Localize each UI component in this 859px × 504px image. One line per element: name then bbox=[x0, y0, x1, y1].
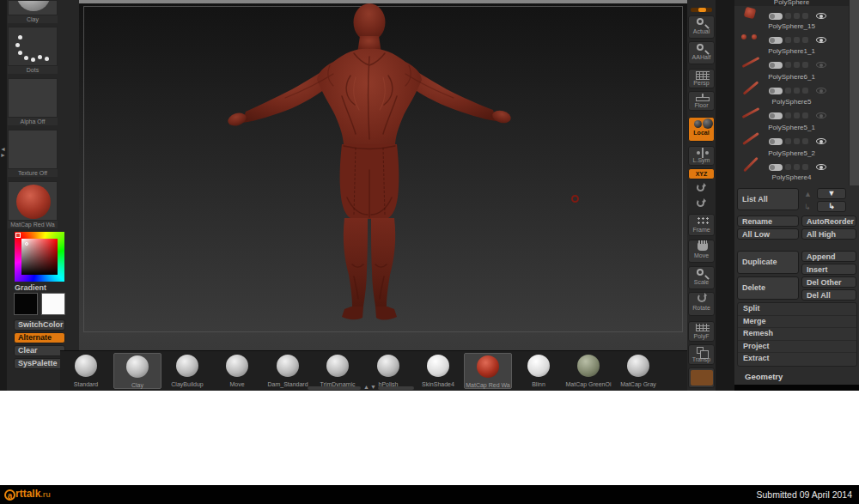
actual-button[interactable]: Actual bbox=[688, 15, 715, 39]
spix-slider-knob[interactable] bbox=[698, 8, 706, 12]
syspalette-button[interactable]: SysPalette bbox=[14, 358, 65, 369]
transp-button[interactable]: Transp bbox=[688, 344, 715, 365]
eye-icon[interactable] bbox=[816, 138, 826, 144]
clear-button[interactable]: Clear bbox=[14, 345, 65, 356]
autoreorder-button[interactable]: AutoReorder bbox=[801, 216, 856, 227]
subtool-row[interactable]: PolySphere1_1 bbox=[734, 47, 849, 72]
rename-button[interactable]: Rename bbox=[737, 216, 799, 227]
eye-icon[interactable] bbox=[816, 13, 826, 19]
polypaint-toggle[interactable] bbox=[769, 37, 783, 44]
subtool-down-button[interactable]: ▼ bbox=[817, 188, 846, 199]
subtool-row[interactable]: PolySphere4 bbox=[734, 173, 849, 185]
subtool-scrollbar[interactable] bbox=[849, 0, 859, 185]
subtool-move-down-button[interactable]: ↳ bbox=[817, 201, 846, 212]
subtool-row[interactable]: PolySphere5_1 bbox=[734, 124, 849, 149]
tray-item-trimdynamic[interactable]: TrimDynamic bbox=[314, 353, 362, 389]
split-section[interactable]: Split bbox=[738, 303, 856, 316]
move-button[interactable]: Move bbox=[688, 240, 715, 263]
tray-item-blinn[interactable]: Blinn bbox=[515, 353, 563, 389]
subtool-row[interactable]: PolySphere5_2 bbox=[734, 149, 849, 174]
eye-icon[interactable] bbox=[816, 62, 826, 68]
subtool-move-dim-icon[interactable]: ↳ bbox=[804, 203, 811, 211]
dots-alpha-thumbnail[interactable] bbox=[8, 27, 58, 66]
all-low-button[interactable]: All Low bbox=[737, 228, 799, 240]
append-button[interactable]: Append bbox=[801, 251, 856, 262]
tray-scroll-down-icon[interactable]: ▼ bbox=[370, 384, 376, 390]
tray-item-claybuildup[interactable]: ClayBuildup bbox=[163, 353, 211, 389]
tray-item-skinshade4[interactable]: SkinShade4 bbox=[414, 353, 462, 389]
geometry-section[interactable]: Geometry bbox=[745, 372, 783, 381]
divider-arrows-icon[interactable]: ◄► bbox=[0, 146, 6, 158]
color-picker-sv-square[interactable] bbox=[21, 239, 58, 275]
scale-button[interactable]: Scale bbox=[688, 266, 715, 289]
spix-control[interactable]: SPix bbox=[688, 0, 715, 14]
polypaint-toggle[interactable] bbox=[769, 164, 783, 171]
secondary-color-swatch[interactable] bbox=[41, 293, 65, 315]
current-brush-slot[interactable]: Clay bbox=[8, 0, 58, 23]
alpha-slot[interactable]: Dots bbox=[8, 27, 58, 74]
eye-icon[interactable] bbox=[816, 37, 826, 43]
del-all-button[interactable]: Del All bbox=[801, 289, 856, 301]
alpha-off-thumbnail[interactable] bbox=[8, 78, 58, 118]
tray-item-matcap-red-wa[interactable]: MatCap Red Wa bbox=[464, 353, 512, 389]
subtool-row[interactable]: PolySphere bbox=[734, 0, 849, 23]
tray-item-standard[interactable]: Standard bbox=[62, 353, 110, 389]
eye-icon[interactable] bbox=[816, 112, 826, 118]
frame-button[interactable]: Frame bbox=[688, 214, 715, 236]
tray-scrollbar[interactable] bbox=[378, 386, 414, 390]
all-high-button[interactable]: All High bbox=[801, 228, 856, 240]
polypaint-toggle[interactable] bbox=[769, 62, 783, 69]
remesh-section[interactable]: Remesh bbox=[738, 328, 856, 341]
panel-divider[interactable]: ◄► bbox=[0, 0, 7, 391]
arttalk-logo[interactable]: arttalk.ru bbox=[4, 488, 51, 501]
brush-thumbnail[interactable] bbox=[8, 0, 58, 15]
tray-item-clay[interactable]: Clay bbox=[113, 353, 161, 389]
tray-item-move[interactable]: Move bbox=[213, 353, 261, 389]
delete-button[interactable]: Delete bbox=[737, 276, 799, 300]
polypaint-toggle[interactable] bbox=[769, 138, 783, 145]
tray-scrollbar[interactable] bbox=[308, 386, 361, 390]
polyf-button[interactable]: PolyF bbox=[688, 321, 715, 342]
color-picker[interactable] bbox=[15, 232, 64, 282]
solo-button[interactable] bbox=[688, 367, 715, 388]
tray-item-matcap-gray[interactable]: MatCap Gray bbox=[614, 353, 662, 389]
alternate-button[interactable]: Alternate bbox=[14, 332, 65, 343]
spix-slider[interactable] bbox=[691, 8, 712, 12]
duplicate-button[interactable]: Duplicate bbox=[737, 251, 799, 274]
eye-icon[interactable] bbox=[816, 88, 826, 94]
persp-button[interactable]: Persp bbox=[688, 69, 715, 88]
list-all-button[interactable]: List All bbox=[737, 188, 799, 210]
sculpt-model[interactable] bbox=[79, 0, 687, 386]
insert-button[interactable]: Insert bbox=[801, 264, 856, 275]
tray-scroll-up-icon[interactable]: ▲ bbox=[363, 384, 369, 390]
extract-section[interactable]: Extract bbox=[738, 353, 856, 366]
local-button[interactable]: Local bbox=[688, 117, 715, 142]
rotate-button[interactable]: Rotate bbox=[688, 292, 715, 316]
sculpt-canvas[interactable] bbox=[79, 0, 687, 391]
tray-item-matcap-greenoi[interactable]: MatCap GreenOi bbox=[564, 353, 612, 389]
xyz-button[interactable]: XYZ bbox=[688, 168, 715, 179]
merge-section[interactable]: Merge bbox=[738, 316, 856, 329]
eye-icon[interactable] bbox=[816, 164, 826, 170]
lsym-button[interactable]: L.Sym bbox=[688, 146, 715, 166]
polypaint-toggle[interactable] bbox=[769, 88, 783, 94]
switchcolor-button[interactable]: SwitchColor bbox=[14, 319, 65, 331]
del-other-button[interactable]: Del Other bbox=[801, 276, 856, 288]
subtool-up-icon[interactable]: ▲ bbox=[804, 190, 812, 198]
texture-off-slot[interactable]: Texture Off bbox=[8, 130, 58, 177]
alpha-off-slot[interactable]: Alpha Off bbox=[8, 78, 58, 125]
subtool-row[interactable]: PolySphere_15 bbox=[734, 22, 849, 47]
polypaint-toggle[interactable] bbox=[769, 112, 783, 119]
texture-off-thumbnail[interactable] bbox=[8, 130, 58, 169]
tray-item-dam-standard[interactable]: Dam_Standard bbox=[264, 353, 312, 389]
spin-y-button[interactable] bbox=[688, 182, 715, 196]
main-color-swatch[interactable] bbox=[14, 293, 38, 315]
floor-button[interactable]: Floor bbox=[688, 91, 715, 111]
project-section[interactable]: Project bbox=[738, 341, 856, 354]
subtool-row[interactable]: PolySphere6_1 bbox=[734, 73, 849, 98]
material-slot[interactable]: MatCap Red Wa bbox=[8, 181, 58, 228]
material-thumbnail[interactable] bbox=[8, 181, 58, 221]
aahalf-button[interactable]: AAHalf bbox=[688, 41, 715, 64]
subtool-row[interactable]: PolySphere5 bbox=[734, 98, 849, 123]
spin-z-button[interactable] bbox=[688, 197, 715, 211]
